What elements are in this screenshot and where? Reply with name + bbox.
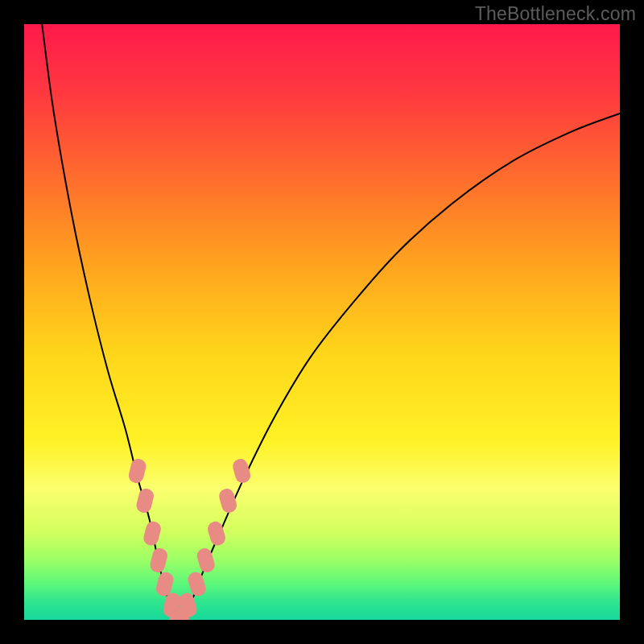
bottleneck-chart — [24, 24, 620, 620]
marker-trough-beads — [176, 606, 189, 620]
gradient-background — [24, 24, 620, 620]
chart-frame: TheBottleneck.com — [0, 0, 644, 644]
plot-area — [24, 24, 620, 620]
watermark-label: TheBottleneck.com — [475, 3, 636, 25]
